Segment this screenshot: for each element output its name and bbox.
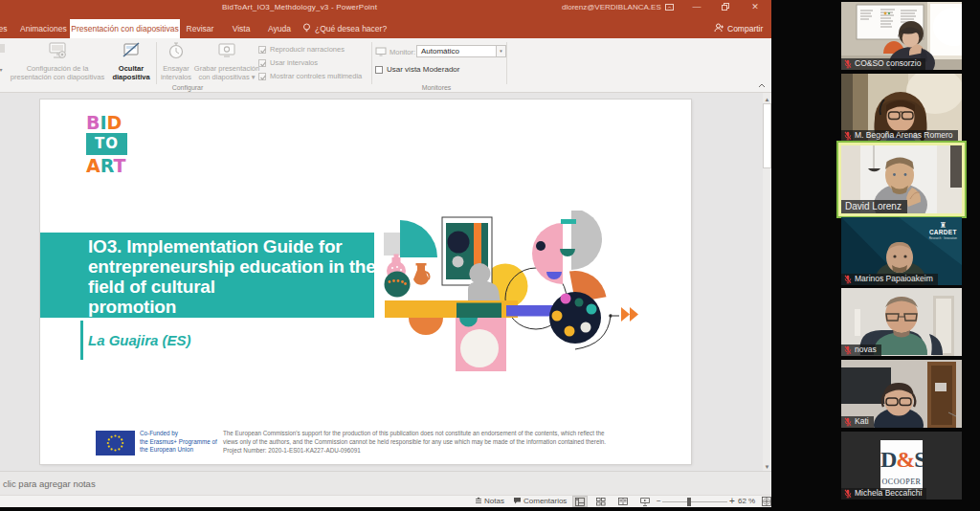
scroll-down-icon[interactable]: ▼ (763, 464, 771, 470)
status-bar: Notas Comentarios − + 62 % (0, 495, 771, 507)
comments-icon (513, 497, 522, 504)
monitors-group: Monitor: Automático ▼ Usar vista Moderad… (375, 38, 506, 92)
moderator-checkbox-label: Usar vista Moderador (387, 65, 459, 74)
window-title: BidToArt_IO3_Methdology_v3 - PowerPoint (222, 0, 377, 14)
participant-tile-kati[interactable]: Kati (841, 360, 962, 428)
setup-slideshow-button: Configuración de lapresentación con diap… (4, 41, 111, 81)
view-normal-button[interactable] (572, 496, 588, 507)
participant-tile-david[interactable]: David Lorenz (841, 145, 962, 213)
checkbox-use-timings: Usar intervalos (258, 58, 318, 67)
comments-toggle[interactable]: Comentarios (513, 496, 567, 507)
participant-tile-marinos[interactable]: ♜ CARDET Research · Innovation Marinos P… (841, 217, 962, 285)
mic-muted-icon (844, 417, 852, 427)
mic-muted-icon (844, 275, 852, 284)
tab-presentacion-con-diapositivas[interactable]: Presentación con diapositivas (70, 19, 180, 38)
slide-canvas[interactable]: BID TO ART IO3. Implementation Guide for… (40, 100, 691, 464)
participant-name-label: Kati (841, 416, 874, 428)
hide-slide-icon (121, 41, 142, 60)
view-reading-icon (618, 498, 628, 506)
cardet-tagline: Research · Innovation (929, 236, 957, 240)
notes-placeholder: clic para agregar notas (3, 478, 96, 489)
participant-name: novas (855, 344, 877, 355)
slide-title-line: field of cultural (88, 277, 374, 297)
scrollbar-thumb[interactable] (763, 103, 771, 168)
group-label-monitores: Monitores (379, 84, 494, 91)
participant-tile-coso[interactable]: CO&SO consorzio (841, 2, 962, 70)
close-icon[interactable]: ✕ (746, 0, 765, 14)
cardet-icon: ♜ (929, 222, 957, 229)
participant-name: M. Begoña Arenas Romero (855, 130, 953, 141)
participant-name: Kati (855, 416, 869, 427)
logo-letter-b: B (86, 112, 100, 133)
participant-tile-novas[interactable]: novas (841, 288, 962, 356)
view-slide-sorter-button[interactable] (593, 496, 609, 507)
view-reading-button[interactable] (615, 496, 631, 507)
lightbulb-icon (302, 23, 311, 33)
mic-muted-icon (844, 489, 852, 499)
cofunded-line: Co-Funded by (140, 430, 217, 438)
ribbon-divider (156, 42, 157, 84)
ds-logo-sub: OCOOPER (880, 478, 923, 486)
zoom-slider-handle[interactable] (687, 498, 691, 506)
ds-logo-main: D&S (880, 440, 923, 478)
scroll-up-icon[interactable]: ▲ (763, 97, 771, 102)
notes-toggle[interactable]: Notas (475, 496, 504, 507)
slide-title-line: IO3. Implementation Guide for (88, 236, 374, 256)
powerpoint-window: BidToArt_IO3_Methdology_v3 - PowerPoint … (0, 0, 771, 507)
participant-name-label: Marinos Papaioakeim (841, 274, 938, 285)
monitor-value: Automático (421, 47, 459, 56)
slide-subtitle[interactable]: La Guajira (ES) (88, 332, 191, 348)
view-slideshow-button[interactable] (637, 496, 653, 507)
record-slideshow-icon (215, 41, 238, 60)
bidtoart-logo: BID TO ART (86, 115, 130, 174)
zoom-slider-track[interactable] (662, 501, 727, 502)
monitor-icon (375, 47, 387, 56)
checkbox-label: Usar intervalos (270, 58, 318, 67)
logo-row-art: ART (86, 155, 125, 176)
tab-partial[interactable]: es (0, 19, 11, 38)
zoom-level[interactable]: 62 % (738, 496, 755, 507)
rehearse-timings-icon (167, 41, 185, 60)
checkbox-use-presenter-view[interactable]: Usar vista Moderador (375, 65, 459, 74)
record-slideshow-button: Grabar presentacióncon diapositivas ▾ (190, 41, 263, 81)
slide-title-line: promotion (88, 297, 374, 317)
account-name[interactable]: dlorenz@VERDIBLANCA.ES (562, 0, 661, 14)
ribbon-options-icon[interactable] (660, 0, 678, 14)
screen: BidToArt_IO3_Methdology_v3 - PowerPoint … (0, 0, 980, 511)
checkbox-label: Reproducir narraciones (270, 45, 345, 54)
logo-row-to: TO (86, 133, 127, 155)
share-button[interactable]: Compartir (714, 19, 763, 38)
collapse-ribbon-icon[interactable] (758, 81, 766, 90)
slide-title[interactable]: IO3. Implementation Guide for entreprene… (40, 233, 374, 318)
logo-letter-r: R (100, 155, 114, 176)
disclaimer-line: The European Commission's support for th… (223, 429, 606, 437)
zoom-out-button[interactable]: − (657, 496, 661, 507)
tab-animaciones[interactable]: Animaciones (20, 19, 65, 38)
fit-to-window-button[interactable] (759, 496, 771, 507)
tab-revisar[interactable]: Revisar (184, 19, 216, 38)
disclaimer-text: The European Commission's support for th… (223, 429, 606, 455)
tell-me-box[interactable]: ¿Qué desea hacer? (302, 19, 387, 38)
zoom-in-button[interactable]: + (729, 496, 735, 507)
cofunded-text: Co-Funded by the Erasmus+ Programme of t… (140, 430, 217, 455)
monitor-select[interactable]: Automático ▼ (416, 45, 497, 57)
mic-muted-icon (844, 131, 852, 141)
slide-editing-area: BID TO ART IO3. Implementation Guide for… (0, 93, 771, 471)
minimize-icon[interactable]: — (688, 0, 705, 14)
vertical-scrollbar[interactable]: ▲ ▼ (763, 93, 771, 495)
hide-slide-button[interactable]: Ocultardiapositiva (109, 41, 153, 81)
tab-vista[interactable]: Vista (228, 19, 255, 38)
dropdown-arrow-icon[interactable]: ▼ (497, 45, 506, 57)
participant-tile-michela[interactable]: D&S OCOOPER Michela Beccafichi (841, 432, 962, 500)
logo-letter-t: T (114, 155, 126, 176)
tab-ayuda[interactable]: Ayuda (264, 19, 295, 38)
restore-icon[interactable] (717, 0, 734, 14)
participant-tile-begona[interactable]: M. Begoña Arenas Romero (841, 74, 962, 142)
notes-icon (475, 497, 482, 504)
participant-name: Michela Beccafichi (855, 488, 922, 499)
cofunded-line: the European Union (140, 446, 217, 455)
logo-letter-i: I (100, 112, 106, 133)
slide-illustration (378, 211, 651, 378)
setup-slideshow-icon (47, 41, 68, 60)
notes-pane[interactable]: clic para agregar notas (0, 471, 771, 495)
